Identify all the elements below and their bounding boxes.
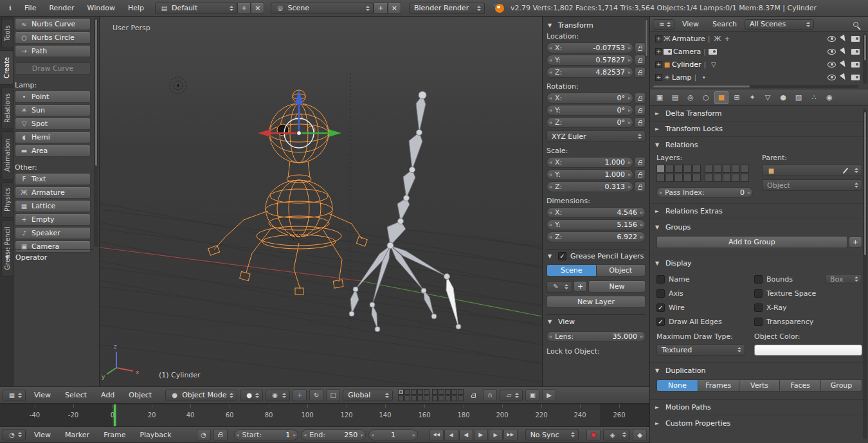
add-lattice-button[interactable]: ▦Lattice (15, 200, 91, 212)
tool-shelf-scrollbar[interactable] (94, 18, 98, 247)
lock-time-cursor-button[interactable] (213, 429, 228, 441)
editor-type-selector[interactable]: ▦ (3, 390, 26, 401)
menu-help[interactable]: Help (122, 0, 150, 16)
timeline-ruler[interactable]: -40 -20 0 20 40 60 80 100 120 140 160 18… (0, 404, 649, 426)
gp-new-button[interactable]: New (588, 280, 646, 293)
view-panel-header[interactable]: View (547, 314, 646, 329)
relations-layer-group-2[interactable] (705, 165, 749, 182)
delta-transform-panel-header[interactable]: Delta Transform (650, 106, 868, 122)
bounds-type-selector[interactable]: Box (825, 274, 862, 284)
rotation-y-field[interactable]: Y:0° (547, 105, 633, 116)
info-editor-type-icon[interactable]: ℹ (3, 2, 17, 14)
scale-z-field[interactable]: Z:0.313 (547, 181, 633, 192)
opengl-render-still-button[interactable]: ▣ (525, 389, 539, 401)
outliner-search-icon[interactable] (853, 22, 858, 27)
duplication-none-button[interactable]: None (656, 379, 698, 392)
render-engine-selector[interactable]: Blender Render (409, 3, 485, 14)
outliner-scope-selector[interactable]: All Scenes (745, 19, 814, 30)
renderability-toggle[interactable] (851, 36, 860, 42)
add-text-button[interactable]: FText (15, 173, 91, 185)
manipulator-x-arrow[interactable] (258, 129, 271, 137)
menu-select[interactable]: Select (59, 387, 93, 403)
duplication-panel-header[interactable]: Duplication (650, 363, 868, 378)
selectability-toggle[interactable] (840, 48, 847, 56)
display-panel-header[interactable]: Display (650, 255, 868, 271)
display-name-checkbox[interactable] (656, 275, 665, 284)
tab-modifiers[interactable]: ✦ (745, 91, 759, 104)
pivot-point-selector[interactable]: ◉ (266, 390, 290, 401)
transform-locks-panel-header[interactable]: Transform Locks (650, 122, 868, 137)
relations-extras-panel-header[interactable]: Relations Extras (650, 204, 868, 219)
menu-object[interactable]: Object (123, 387, 158, 403)
expand-icon[interactable] (655, 48, 662, 55)
delete-screen-layout-button[interactable]: × (251, 3, 264, 14)
duplication-frames-button[interactable]: Frames (698, 379, 739, 392)
add-nurbs-curve-button[interactable]: ≈Nurbs Curve (15, 18, 91, 30)
tab-grease-pencil[interactable]: Grease Pencil (1, 220, 14, 276)
tab-material[interactable]: ● (776, 91, 790, 104)
viewport-canvas[interactable]: x y z (100, 17, 542, 386)
draw-curve-button[interactable]: Draw Curve (15, 62, 91, 75)
menu-view[interactable]: View (28, 387, 57, 403)
outliner-scrollbar[interactable] (863, 33, 867, 84)
rotation-mode-selector[interactable]: XYZ Euler (547, 131, 646, 142)
manipulator-rotate-button[interactable]: ↻ (309, 389, 323, 401)
add-new-group-button[interactable]: + (849, 237, 862, 248)
robot-wireframe-object[interactable] (208, 90, 368, 294)
eyedropper-icon[interactable] (843, 167, 849, 174)
tab-constraints[interactable]: ⊞ (730, 91, 744, 104)
motion-paths-panel-header[interactable]: Motion Paths (650, 400, 868, 415)
display-bounds-checkbox[interactable] (754, 275, 763, 284)
snap-element-selector[interactable]: ▱ (500, 390, 523, 401)
timeline-editor-type-selector[interactable]: ◔ (3, 429, 26, 440)
tab-object-data[interactable]: ▽ (761, 91, 775, 104)
add-hemi-lamp-button[interactable]: ◖Hemi (15, 131, 91, 143)
grease-pencil-panel-header[interactable]: Grease Pencil Layers (547, 249, 646, 263)
tab-create[interactable]: Create (0, 50, 14, 85)
auto-keyframe-record-button[interactable] (586, 429, 601, 441)
duplication-group-button[interactable]: Group (821, 379, 862, 392)
duplication-verts-button[interactable]: Verts (739, 379, 781, 392)
layer-group-2[interactable] (432, 389, 464, 401)
renderability-toggle[interactable] (851, 62, 860, 68)
lens-field[interactable]: Lens:35.000 (547, 331, 646, 342)
add-path-button[interactable]: →Path (15, 45, 91, 57)
add-scene-button[interactable]: + (374, 3, 387, 14)
rotation-z-field[interactable]: Z:0° (547, 117, 633, 128)
lock-layers-button[interactable] (466, 389, 480, 401)
tab-world[interactable]: ○ (699, 91, 713, 104)
current-frame-playhead[interactable] (114, 404, 116, 426)
scene-selector[interactable]: ◎ Scene (271, 3, 374, 14)
manipulator-scale-button[interactable]: □ (326, 389, 340, 401)
expand-icon[interactable] (655, 61, 662, 68)
scale-x-field[interactable]: X:1.000 (547, 157, 633, 168)
visibility-toggle[interactable] (827, 49, 836, 55)
scale-y-field[interactable]: Y:1.000 (547, 169, 633, 180)
previous-keyframe-button[interactable]: ◀ (444, 429, 458, 441)
mode-selector[interactable]: ● Object Mode (165, 390, 237, 401)
play-button[interactable]: ▶ (474, 429, 488, 441)
add-point-lamp-button[interactable]: •Point (15, 91, 91, 103)
display-texture-space-checkbox[interactable] (754, 289, 763, 298)
operator-panel-header[interactable]: Operator (0, 250, 94, 264)
menu-frame[interactable]: Frame (98, 427, 131, 442)
use-preview-range-button[interactable]: ◔ (197, 429, 211, 441)
transform-panel-header[interactable]: Transform (547, 18, 646, 32)
outliner-item-name[interactable]: Lamp (672, 73, 692, 82)
selectability-toggle[interactable] (840, 35, 847, 43)
visibility-toggle[interactable] (827, 62, 836, 68)
renderability-toggle[interactable] (851, 75, 860, 80)
expand-icon[interactable] (655, 35, 662, 42)
groups-panel-header[interactable]: Groups (650, 219, 868, 235)
gp-new-layer-button[interactable]: New Layer (547, 296, 646, 308)
outliner-menu-search[interactable]: Search (707, 17, 743, 32)
n-panel-scrollbar[interactable] (644, 18, 649, 384)
properties-scrollbar[interactable] (863, 109, 867, 439)
rotation-x-field[interactable]: X:0° (547, 93, 633, 104)
opengl-render-anim-button[interactable]: ▶ (542, 389, 556, 401)
tab-render-layers[interactable]: ▤ (668, 91, 682, 104)
jump-to-end-button[interactable]: ▶▶ (503, 429, 518, 441)
manipulator-z-arrow[interactable] (295, 90, 303, 104)
outliner-item-name[interactable]: Camera (673, 48, 701, 56)
object-color-swatch[interactable] (754, 345, 862, 356)
